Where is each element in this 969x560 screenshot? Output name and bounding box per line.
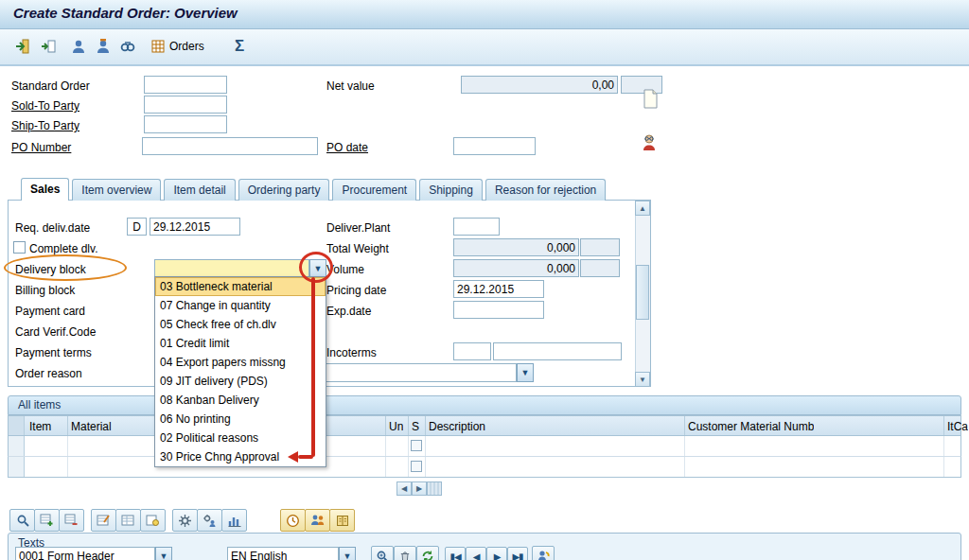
sold-to-party-icon[interactable] — [66, 35, 91, 58]
all-items-title: All items — [18, 398, 61, 411]
delete-item-icon[interactable] — [59, 509, 84, 532]
table-scrollbar-thumb[interactable] — [427, 481, 442, 496]
column-header-material[interactable]: Material — [71, 419, 112, 434]
sold-to-party-label[interactable]: Sold-To Party — [11, 98, 79, 114]
contact-person-icon[interactable] — [532, 546, 555, 560]
deliver-plant-label: Deliver.Plant — [326, 220, 390, 236]
title-bar: Create Standard Order: Overview — [0, 0, 969, 29]
row-checkbox[interactable] — [411, 440, 422, 451]
column-header-description[interactable]: Description — [429, 419, 485, 434]
statistics-icon[interactable] — [221, 509, 247, 532]
dropdown-option-political-reasons[interactable]: 02 Political reasons — [155, 429, 326, 447]
display-text-icon[interactable] — [371, 546, 394, 560]
language-dropdown-button[interactable]: ▼ — [339, 547, 356, 560]
row-checkbox[interactable] — [411, 461, 422, 472]
partners-icon[interactable] — [305, 509, 330, 532]
ship-to-party-input[interactable] — [144, 115, 227, 133]
date-type-input[interactable] — [127, 218, 147, 236]
tab-procurement[interactable]: Procurement — [332, 179, 416, 201]
pricing-date-input[interactable] — [453, 280, 544, 298]
column-header-s[interactable]: S — [412, 419, 419, 434]
order-texts-icon[interactable] — [329, 509, 355, 532]
grid-icon — [151, 40, 165, 53]
orders-button[interactable]: Orders — [144, 36, 212, 57]
scroll-down-button[interactable]: ▼ — [635, 372, 650, 387]
exp-date-input[interactable] — [453, 301, 544, 319]
delivery-block-combo[interactable] — [154, 259, 309, 278]
vertical-scrollbar-thumb[interactable] — [636, 265, 649, 320]
column-header-item[interactable]: Item — [29, 419, 51, 434]
text-type-combo[interactable]: 0001 Form Header — [15, 547, 155, 560]
last-text-button[interactable]: ▶▮ — [507, 547, 528, 560]
previous-text-button[interactable]: ◀ — [466, 547, 486, 560]
text-type-dropdown-button[interactable]: ▼ — [155, 547, 172, 560]
po-number-label[interactable]: PO Number — [11, 140, 71, 155]
dropdown-option-kanban-delivery[interactable]: 08 Kanban Delivery — [155, 391, 326, 410]
req-deliv-date-label: Req. deliv.date — [15, 220, 90, 236]
total-weight-unit-field — [580, 238, 620, 256]
dropdown-option-bottleneck-material[interactable]: 03 Bottleneck material — [155, 277, 326, 296]
complete-dlv-label: Complete dlv. — [29, 241, 97, 256]
dropdown-option-jit-delivery[interactable]: 09 JIT delivery (PDS) — [155, 372, 326, 391]
total-weight-field — [453, 238, 579, 256]
sum-icon[interactable]: Σ — [227, 35, 252, 58]
dropdown-option-change-in-quantity[interactable]: 07 Change in quantity — [155, 296, 326, 315]
row-selector[interactable] — [9, 457, 25, 477]
net-value-field — [461, 76, 618, 94]
delete-text-icon[interactable] — [394, 546, 416, 560]
schedule-lines-icon[interactable] — [280, 509, 306, 532]
tab-item-detail[interactable]: Item detail — [164, 179, 235, 201]
po-number-input[interactable] — [142, 137, 318, 155]
table-scroll-right-button[interactable]: ▶ — [412, 481, 427, 496]
incoterms-location-input[interactable] — [493, 342, 622, 360]
create-document-icon[interactable] — [638, 87, 662, 110]
standard-order-input[interactable] — [144, 76, 227, 94]
item-conditions-icon[interactable] — [140, 509, 166, 532]
tab-reason-for-rejection[interactable]: Reason for rejection — [485, 179, 606, 201]
table-row[interactable] — [8, 436, 961, 457]
propose-items-icon[interactable] — [91, 509, 116, 532]
column-header-customer-material[interactable]: Customer Material Numb — [688, 419, 814, 434]
configuration-icon[interactable] — [172, 509, 198, 532]
po-date-label[interactable]: PO date — [326, 140, 368, 155]
next-text-button[interactable]: ▶ — [486, 547, 507, 560]
dropdown-option-price-chng-approval[interactable]: 30 Price Chng Approval — [155, 447, 326, 466]
insert-item-icon[interactable] — [34, 509, 60, 532]
tab-item-overview[interactable]: Item overview — [72, 179, 161, 201]
language-combo[interactable]: EN English — [227, 547, 339, 560]
incoterms-input[interactable] — [453, 342, 491, 360]
deliver-plant-input[interactable] — [453, 218, 500, 236]
column-header-un[interactable]: Un — [389, 419, 403, 434]
table-scroll-left-button[interactable]: ◀ — [396, 481, 412, 496]
partner-configuration-icon[interactable] — [197, 509, 222, 532]
tab-shipping[interactable]: Shipping — [419, 179, 483, 201]
po-date-input[interactable] — [453, 137, 536, 155]
tab-ordering-party[interactable]: Ordering party — [238, 179, 330, 201]
complete-dlv-checkbox[interactable] — [13, 241, 26, 254]
scroll-up-button[interactable]: ▲ — [635, 201, 650, 216]
req-deliv-date-input[interactable] — [150, 218, 240, 236]
order-reason-dropdown-button[interactable]: ▼ — [517, 363, 534, 382]
column-header-itca[interactable]: ItCa — [947, 419, 968, 434]
ship-to-party-label[interactable]: Ship-To Party — [11, 118, 79, 133]
display-document-icon[interactable] — [36, 35, 61, 58]
customer-details-icon[interactable] — [637, 131, 661, 153]
items-overview-icon[interactable] — [115, 509, 141, 532]
exit-to-document-icon[interactable] — [9, 35, 34, 58]
dropdown-option-check-free[interactable]: 05 Check free of ch.dlv — [155, 315, 326, 334]
delivery-block-label: Delivery block — [15, 262, 86, 277]
refresh-text-icon[interactable] — [416, 546, 439, 560]
dropdown-option-export-papers[interactable]: 04 Export papers missng — [155, 353, 326, 372]
select-all-column[interactable] — [9, 416, 25, 435]
sold-to-party-input[interactable] — [144, 96, 227, 114]
dropdown-option-credit-limit[interactable]: 01 Credit limit — [155, 334, 326, 353]
first-text-button[interactable]: ▮◀ — [445, 547, 466, 560]
item-details-icon[interactable] — [9, 509, 35, 532]
dropdown-option-no-printing[interactable]: 06 No printing — [155, 410, 326, 429]
business-partner-icon[interactable] — [91, 35, 115, 58]
row-selector[interactable] — [9, 436, 25, 456]
tab-sales[interactable]: Sales — [21, 178, 69, 201]
table-row[interactable] — [8, 457, 961, 478]
search-icon[interactable] — [115, 35, 140, 58]
delivery-block-dropdown-button[interactable]: ▼ — [309, 259, 326, 278]
